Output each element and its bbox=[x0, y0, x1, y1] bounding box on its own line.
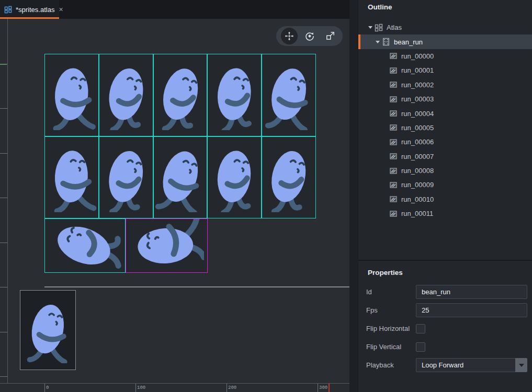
atlas-cell-run-00009[interactable] bbox=[262, 136, 316, 218]
panel-divider[interactable] bbox=[358, 260, 532, 261]
outline-row-run_00010[interactable]: run_00010 bbox=[358, 192, 532, 206]
outline-item-icon bbox=[389, 152, 398, 160]
outline-row-run_00003[interactable]: run_00003 bbox=[358, 92, 532, 106]
sprite-frame-image bbox=[155, 60, 206, 130]
atlas-editor-window: *sprites.atlas × bbox=[0, 0, 532, 392]
outline-item-icon bbox=[389, 138, 398, 146]
atlas-cell-run-00000[interactable] bbox=[44, 54, 99, 136]
ruler-tick-label: 150 bbox=[0, 148, 1, 157]
image-icon bbox=[389, 109, 398, 118]
expand-arrow-icon[interactable] bbox=[373, 41, 382, 43]
right-panel: Outline Atlas bean_run run_00000 run_000… bbox=[358, 0, 532, 392]
atlas-cell-run-00005[interactable] bbox=[44, 136, 99, 218]
outline-row-run_00001[interactable]: run_00001 bbox=[358, 63, 532, 77]
ruler-tick-label: 200 bbox=[0, 103, 1, 112]
sprite-frame-image bbox=[101, 60, 151, 130]
ruler-tick bbox=[318, 384, 318, 392]
atlas-cell-run-00007[interactable] bbox=[153, 136, 207, 218]
outline-item-label: run_00004 bbox=[401, 110, 434, 118]
playback-select[interactable]: Loop Forward bbox=[416, 358, 527, 372]
tab-sprites-atlas[interactable]: *sprites.atlas × bbox=[0, 0, 59, 19]
image-icon bbox=[389, 210, 398, 218]
properties-panel-title: Properties bbox=[368, 269, 403, 276]
atlas-cell-run-00006[interactable] bbox=[99, 136, 153, 218]
outline-row-run_00004[interactable]: run_00004 bbox=[358, 106, 532, 120]
image-icon bbox=[389, 138, 398, 146]
outline-item-label: run_00006 bbox=[401, 138, 434, 146]
sprite-frame-image bbox=[209, 60, 259, 130]
tab-bar: *sprites.atlas × bbox=[0, 0, 349, 19]
fps-input[interactable]: 25 bbox=[416, 303, 527, 317]
outline-row-run_00002[interactable]: run_00002 bbox=[358, 78, 532, 92]
outline-row-run_00008[interactable]: run_00008 bbox=[358, 164, 532, 178]
atlas-cell-run-00002[interactable] bbox=[153, 54, 207, 136]
outline-row-run_00009[interactable]: run_00009 bbox=[358, 178, 532, 192]
outline-row-run_00006[interactable]: run_00006 bbox=[358, 135, 532, 149]
image-icon bbox=[389, 80, 398, 89]
atlas-cell-run-00004[interactable] bbox=[262, 54, 316, 136]
ruler-tick bbox=[227, 384, 227, 392]
ruler-tick bbox=[0, 287, 7, 287]
outline-item-icon bbox=[389, 109, 398, 118]
horizontal-ruler: 0100200300 bbox=[0, 383, 349, 392]
rotate-tool-button[interactable] bbox=[301, 28, 318, 44]
ruler-tick-label: 0 bbox=[46, 385, 49, 390]
atlas-cell-run-00003[interactable] bbox=[207, 54, 262, 136]
atlas-cell-run-00011-selected[interactable] bbox=[126, 218, 208, 273]
tab-title: *sprites.atlas bbox=[16, 6, 54, 14]
outline-item-label: run_00010 bbox=[401, 195, 434, 203]
chevron-down-icon bbox=[519, 364, 524, 367]
animation-preview-frame bbox=[24, 297, 72, 363]
outline-item-label: run_00003 bbox=[401, 95, 434, 103]
scene-view-canvas[interactable] bbox=[8, 19, 349, 383]
outline-item-icon bbox=[389, 52, 398, 60]
sprite-frame-image bbox=[48, 220, 122, 272]
texture-bounds-line bbox=[44, 286, 349, 287]
ruler-tick-label: 200 bbox=[228, 385, 236, 390]
property-row-playback: Playback Loop Forward bbox=[358, 358, 532, 372]
ruler-tick bbox=[0, 376, 7, 377]
ruler-tick bbox=[0, 332, 7, 332]
flip-vertical-checkbox[interactable] bbox=[416, 342, 425, 352]
animation-preview-box bbox=[20, 290, 76, 370]
outline-row-bean_run[interactable]: bean_run bbox=[358, 34, 532, 49]
sprite-frame-image bbox=[47, 60, 97, 130]
outline-row-run_00005[interactable]: run_00005 bbox=[358, 121, 532, 135]
outline-row-atlas[interactable]: Atlas bbox=[358, 20, 532, 34]
playback-label: Playback bbox=[366, 361, 416, 369]
atlas-cell-run-00001[interactable] bbox=[99, 54, 153, 136]
outline-item-icon bbox=[389, 123, 398, 132]
outline-row-run_00011[interactable]: run_00011 bbox=[358, 206, 532, 221]
selection-bar bbox=[358, 34, 360, 49]
ruler-tick bbox=[135, 384, 136, 392]
id-input[interactable]: bean_run bbox=[416, 285, 527, 299]
property-row-id: Id bean_run bbox=[358, 285, 532, 299]
atlas-cell-run-00010[interactable] bbox=[44, 218, 126, 273]
scene-toolbar bbox=[276, 26, 343, 46]
flip-horizontal-checkbox[interactable] bbox=[416, 324, 425, 333]
id-label: Id bbox=[366, 288, 416, 296]
rotate-icon bbox=[305, 31, 314, 41]
outline-item-icon bbox=[389, 95, 398, 103]
sprite-frame-image bbox=[264, 60, 314, 130]
outline-item-icon bbox=[389, 66, 398, 75]
ruler-tick-label: -100 bbox=[0, 368, 1, 380]
outline-row-run_00007[interactable]: run_00007 bbox=[358, 149, 532, 164]
playback-dropdown-button[interactable] bbox=[515, 358, 527, 372]
image-icon bbox=[389, 66, 398, 75]
ruler-tick-label: 50 bbox=[0, 240, 1, 246]
tab-close-icon[interactable]: × bbox=[59, 6, 63, 13]
outline-item-icon bbox=[382, 38, 390, 46]
image-icon bbox=[389, 95, 398, 103]
outline-row-run_00000[interactable]: run_00000 bbox=[358, 49, 532, 63]
outline-panel-title: Outline bbox=[368, 3, 392, 11]
outline-item-label: Atlas bbox=[387, 24, 402, 31]
atlas-cell-run-00008[interactable] bbox=[207, 136, 262, 218]
atlas-icon bbox=[375, 24, 383, 32]
outline-item-icon bbox=[389, 210, 398, 218]
scale-tool-button[interactable] bbox=[322, 28, 338, 44]
outline-item-icon bbox=[389, 167, 398, 175]
expand-arrow-icon[interactable] bbox=[366, 26, 375, 29]
move-tool-button[interactable] bbox=[281, 28, 298, 44]
atlas-file-icon bbox=[4, 6, 12, 14]
